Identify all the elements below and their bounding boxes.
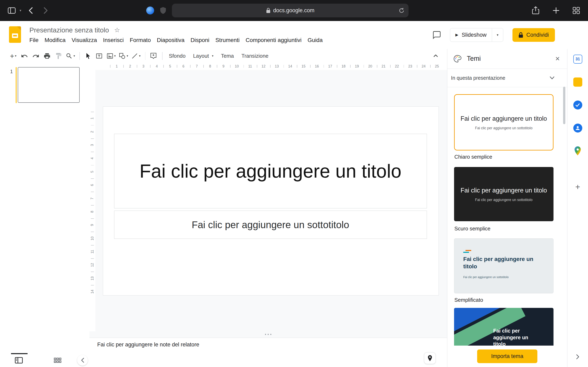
theme-card-scuro-semplice[interactable]: Fai clic per aggiungere un titolo Fai cl… [454, 167, 553, 221]
theme-card-chiaro-semplice[interactable]: Fai clic per aggiungere un titolo Fai cl… [454, 94, 553, 151]
lock-icon [266, 8, 270, 13]
notes-resize-handle[interactable] [89, 331, 447, 338]
theme-card-semplificato[interactable]: Fai clic per aggiungere un titolo Fai cl… [454, 238, 553, 293]
import-theme-button[interactable]: Importa tema [477, 350, 537, 363]
star-icon[interactable]: ☆ [114, 27, 120, 33]
ruler-mark: 20 [364, 63, 377, 70]
contacts-icon[interactable] [573, 123, 583, 133]
back-button[interactable] [25, 5, 36, 16]
active-view-indicator [11, 353, 27, 354]
hide-side-panel-icon[interactable] [576, 354, 579, 359]
insert-line-button[interactable]: ▾ [130, 50, 142, 61]
ruler-mark: 22 [390, 63, 403, 70]
keep-icon[interactable] [573, 77, 583, 87]
accent-bar [466, 250, 471, 251]
chevron-down-icon: ▾ [15, 54, 16, 58]
slide[interactable]: Fai clic per aggiungere un titolo Fai cl… [103, 106, 439, 295]
menu-disponi[interactable]: Disponi [187, 36, 212, 44]
subtitle-placeholder[interactable]: Fai clic per aggiungere un sottotitolo [114, 211, 427, 239]
zoom-button[interactable]: ▾ [65, 50, 76, 61]
ruler-mark: 1 [89, 112, 95, 125]
undo-button[interactable] [19, 50, 30, 61]
menu-diapositiva[interactable]: Diapositiva [154, 36, 187, 44]
grid-view-button[interactable] [53, 356, 62, 365]
menu-file[interactable]: File [26, 36, 42, 44]
select-tool-button[interactable] [82, 50, 93, 61]
speaker-notes-placeholder: Fai clic per aggiungere le note del rela… [97, 342, 199, 348]
menu-guida[interactable]: Guida [305, 36, 326, 44]
chevron-down-icon[interactable]: ▾ [20, 8, 21, 13]
new-slide-button[interactable]: +▾ [8, 50, 18, 61]
palette-icon [453, 54, 462, 63]
close-icon[interactable]: × [555, 55, 560, 63]
theme-card-label: Semplificato [454, 297, 567, 303]
ruler-mark: 7 [89, 192, 95, 205]
ruler-mark: 14 [284, 63, 297, 70]
print-button[interactable] [42, 50, 52, 61]
toolbar-separator [145, 52, 146, 60]
title-placeholder-text: Fai clic per aggiungere un titolo [139, 156, 401, 186]
paint-format-button[interactable] [53, 50, 64, 61]
document-title[interactable]: Presentazione senza titolo [29, 26, 109, 34]
title-placeholder[interactable]: Fai clic per aggiungere un titolo [114, 134, 427, 208]
calendar-icon[interactable]: 31 [573, 54, 583, 64]
filmstrip-view-button[interactable] [14, 356, 23, 365]
slide-thumbnail[interactable] [18, 67, 80, 103]
menu-strumenti[interactable]: Strumenti [212, 36, 242, 44]
ruler-mark: 10 [230, 63, 243, 70]
background-button[interactable]: Sfondo [165, 50, 189, 61]
screen: ▾ docs.google.com Presentazione senza t [0, 0, 588, 367]
transition-button[interactable]: Transizione [238, 50, 272, 61]
slideshow-button[interactable]: ▶ Slideshow [450, 28, 492, 42]
ruler-mark: 4 [150, 63, 163, 70]
ruler-mark: 5 [89, 165, 95, 178]
tab-overview-button[interactable] [571, 5, 582, 16]
collapse-filmstrip-button[interactable] [77, 355, 88, 366]
lock-icon [518, 32, 523, 38]
ruler-mark: 24 [417, 63, 430, 70]
ruler-mark: 4 [89, 152, 95, 165]
in-this-presentation-section[interactable]: In questa presentazione [447, 68, 567, 87]
insert-shape-button[interactable]: ▾ [118, 50, 129, 61]
extension-icon[interactable] [146, 7, 154, 15]
comment-history-button[interactable] [433, 31, 441, 39]
menu-formato[interactable]: Formato [127, 36, 154, 44]
new-tab-button[interactable] [550, 5, 562, 16]
menu-componenti-aggiuntivi[interactable]: Componenti aggiuntivi [242, 36, 305, 44]
insert-comment-button[interactable] [148, 50, 159, 61]
layout-button[interactable]: Layout▾ [189, 50, 217, 61]
sidebar-toggle-button[interactable] [6, 5, 17, 16]
ruler-mark: 12 [257, 63, 270, 70]
vertical-ruler[interactable]: 1234567891011121314 [89, 70, 95, 331]
panel-scrollbar[interactable] [563, 87, 565, 124]
menu-modifica[interactable]: Modifica [42, 36, 69, 44]
tasks-icon[interactable] [573, 100, 583, 110]
pin-button[interactable] [424, 352, 436, 364]
menu-visualizza[interactable]: Visualizza [69, 36, 100, 44]
theme-button[interactable]: Tema [217, 50, 238, 61]
text-box-button[interactable] [94, 50, 104, 61]
ruler-mark: 6 [89, 178, 95, 192]
refresh-icon[interactable] [399, 8, 405, 14]
theme-card-partial[interactable]: Fai clic per aggiungere un titolo [454, 308, 553, 345]
ruler-mark: 6 [177, 63, 190, 70]
collapse-toolbar-button[interactable] [430, 50, 441, 61]
add-addon-icon[interactable]: + [575, 183, 580, 191]
chevron-down-icon: ▾ [139, 54, 140, 58]
redo-button[interactable] [31, 50, 41, 61]
share-page-button[interactable] [530, 5, 541, 16]
slideshow-dropdown-button[interactable]: ▾ [492, 28, 503, 42]
shield-icon[interactable] [160, 7, 166, 14]
url-bar[interactable]: docs.google.com [172, 4, 408, 17]
speaker-notes[interactable]: Fai clic per aggiungere le note del rela… [89, 338, 447, 367]
horizontal-ruler[interactable]: 1234567891011121314151617181920212223242… [95, 63, 447, 70]
slideshow-label: Slideshow [462, 32, 486, 38]
insert-image-button[interactable]: ▾ [105, 50, 117, 61]
slides-logo[interactable] [9, 26, 21, 49]
menu-inserisci[interactable]: Inserisci [100, 36, 127, 44]
maps-icon[interactable] [573, 146, 583, 156]
ruler-mark: 14 [89, 285, 95, 298]
ruler-mark: 7 [190, 63, 203, 70]
share-button[interactable]: Condividi [512, 28, 555, 42]
forward-button[interactable] [40, 5, 52, 16]
